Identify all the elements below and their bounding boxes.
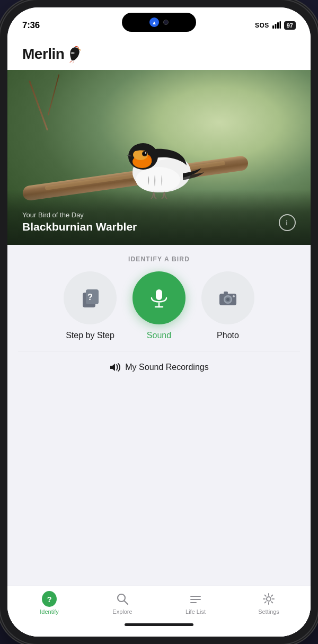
sound-circle[interactable] [132,271,186,324]
svg-rect-0 [272,25,274,29]
info-button[interactable]: i [279,214,296,231]
app-content: Merlin [7,36,311,637]
svg-rect-2 [277,22,279,29]
status-bar: 7:36 ▲ SOS 97 [7,7,311,36]
status-time: 7:36 [22,20,40,31]
svg-rect-3 [279,21,281,29]
photo-circle[interactable] [201,271,254,324]
step-by-step-label: Step by Step [66,331,114,340]
merlin-bird-logo-icon [65,45,84,64]
svg-point-5 [136,167,180,192]
step-by-step-circle[interactable]: ? [64,271,117,324]
tab-explore-label: Explore [112,608,132,615]
identify-section: IDENTIFY A BIRD ? Step by Step [7,245,311,586]
phone-screen: 7:36 ▲ SOS 97 [7,7,311,637]
photo-button-wrapper[interactable]: Photo [201,271,254,340]
identify-buttons: ? Step by Step [7,271,311,346]
camera-icon [216,286,240,310]
tab-life-list[interactable]: Life List [159,592,232,615]
svg-rect-1 [275,24,276,29]
svg-rect-23 [224,292,228,294]
svg-text:?: ? [87,293,93,302]
svg-text:i: i [286,219,288,227]
search-icon [116,592,129,606]
bird-image-container[interactable]: Your Bird of the Day Blackburnian Warble… [7,70,311,245]
identify-label: IDENTIFY A BIRD [7,245,311,271]
app-header: Merlin [7,36,311,70]
battery-level: 97 [284,21,296,30]
home-indicator [125,623,193,626]
tab-life-list-icon [188,592,203,606]
tab-explore[interactable]: Explore [86,592,159,615]
list-icon [189,592,202,606]
photo-label: Photo [217,331,239,340]
bird-name: Blackburnian Warbler [22,220,137,233]
tab-settings-label: Settings [258,608,279,615]
svg-line-26 [125,601,128,605]
tab-explore-icon [115,592,130,606]
phone-frame: 7:36 ▲ SOS 97 [0,0,318,644]
logo-container: Merlin [22,45,296,64]
svg-point-11 [145,152,146,153]
sound-recordings-label: My Sound Recordings [125,363,208,372]
status-right-icons: SOS 97 [255,21,296,30]
logo-text: Merlin [22,46,64,63]
sos-label: SOS [255,22,269,29]
microphone-icon [147,286,171,310]
camera-dot-icon [163,20,169,25]
bird-caption-text: Your Bird of the Day Blackburnian Warble… [22,211,137,233]
identify-question-icon: ? [42,591,57,607]
tab-life-list-label: Life List [186,608,206,615]
gear-icon [262,592,276,606]
signal-icon [272,21,281,30]
svg-point-22 [226,298,229,301]
svg-point-24 [233,295,235,297]
bird-of-day-subtitle: Your Bird of the Day [22,211,137,219]
sound-recordings-icon [109,362,121,373]
svg-point-30 [267,597,271,601]
info-icon: i [282,218,292,227]
battery-icon: 97 [284,21,296,30]
tab-identify-icon: ? [42,592,57,606]
tab-identify[interactable]: ? Identify [13,592,86,615]
svg-rect-16 [156,289,162,300]
tab-bar: ? Identify Explore [7,586,311,637]
step-by-step-button-wrapper[interactable]: ? Step by Step [64,271,117,340]
tab-settings[interactable]: Settings [232,592,305,615]
dynamic-island: ▲ [122,13,196,32]
sound-button-wrapper[interactable]: Sound [132,271,186,340]
tab-identify-label: Identify [40,608,58,615]
step-by-step-icon: ? [78,286,102,310]
tab-settings-icon [261,592,276,606]
navigation-arrow-icon: ▲ [149,17,159,27]
sound-label: Sound [147,331,171,340]
sound-recordings-button[interactable]: My Sound Recordings [18,351,300,383]
bird-caption: Your Bird of the Day Blackburnian Warble… [7,190,311,245]
